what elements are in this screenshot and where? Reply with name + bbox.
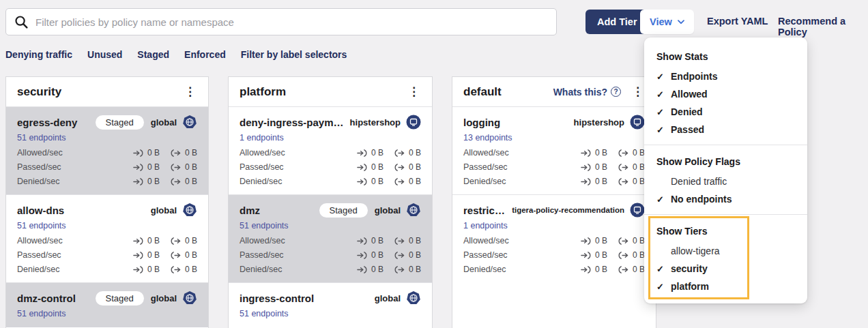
egress-arrow-icon (170, 251, 182, 260)
egress-value: 0 B (633, 236, 645, 245)
global-scope-icon (182, 290, 197, 305)
menu-item-allowed[interactable]: ✓ Allowed (644, 85, 807, 103)
tier-title: security (17, 85, 61, 99)
filter-denying-traffic[interactable]: Denying traffic (5, 49, 72, 60)
egress-arrow-icon (394, 177, 405, 186)
whats-this-link[interactable]: Whats this? ? (553, 87, 621, 98)
stat-label: Denied/sec (17, 177, 60, 186)
endpoints-link[interactable]: 51 endpoints (17, 133, 66, 143)
ingress-arrow-icon (356, 163, 368, 172)
egress-value: 0 B (633, 177, 645, 186)
view-button[interactable]: View (640, 10, 694, 34)
menu-item-passed[interactable]: ✓ Passed (644, 121, 807, 138)
help-icon: ? (611, 87, 621, 97)
ingress-value: 0 B (371, 177, 384, 186)
policy-name: allow-dns (17, 205, 151, 216)
policy-card-logging[interactable]: logging hipstershop 13 endpoints Allowed… (452, 107, 656, 194)
ingress-value: 0 B (147, 148, 160, 158)
policy-scope: global (151, 293, 177, 303)
egress-arrow-icon (170, 237, 182, 245)
stat-label: Passed/sec (463, 250, 508, 260)
endpoints-link[interactable]: 51 endpoints (17, 309, 66, 318)
stat-label: Allowed/sec (17, 236, 63, 245)
menu-section-show-policy-flags: Show Policy Flags Denied traffic ✓ No en… (644, 151, 807, 208)
egress-value: 0 B (409, 236, 421, 245)
policy-name: deny-ingress-paymentservi… (240, 117, 350, 128)
egress-value: 0 B (633, 162, 645, 172)
filter-unused[interactable]: Unused (87, 49, 122, 60)
egress-arrow-icon (170, 163, 182, 172)
endpoints-link[interactable]: 51 endpoints (240, 221, 289, 230)
ingress-arrow-icon (132, 177, 144, 186)
search-input[interactable] (35, 16, 548, 28)
egress-arrow-icon (394, 265, 405, 274)
ingress-value: 0 B (595, 236, 607, 245)
endpoints-link[interactable]: 51 endpoints (240, 309, 289, 318)
egress-arrow-icon (394, 251, 405, 260)
egress-arrow-icon (618, 251, 629, 260)
egress-value: 0 B (409, 162, 421, 172)
stat-row: Denied/sec 0 B 0 B (463, 265, 645, 274)
egress-value: 0 B (633, 250, 645, 260)
ingress-value: 0 B (595, 250, 607, 260)
recommend-policy-button[interactable]: Recommend a Policy (778, 16, 868, 38)
policy-card-ingress-control[interactable]: ingress-control global 51 endpoints (229, 282, 432, 327)
egress-value: 0 B (185, 177, 197, 186)
search-icon (14, 15, 29, 29)
stat-label: Denied/sec (240, 265, 283, 274)
menu-item-platform[interactable]: ✓ platform (644, 278, 807, 295)
egress-arrow-icon (394, 149, 405, 158)
stat-row: Allowed/sec 0 B 0 B (240, 236, 421, 245)
endpoints-link[interactable]: 51 endpoints (17, 221, 66, 230)
menu-item-denied-traffic[interactable]: Denied traffic (644, 173, 807, 190)
endpoints-link[interactable]: 1 endpoints (463, 221, 508, 230)
policy-card-egress-deny[interactable]: egress-deny Staged global 51 endpoints A… (6, 107, 208, 194)
policy-card-dmz[interactable]: dmz Staged global 51 endpoints Allowed/s… (229, 194, 432, 282)
stat-label: Allowed/sec (463, 236, 509, 245)
ingress-arrow-icon (580, 251, 592, 260)
menu-item-security[interactable]: ✓ security (644, 260, 807, 278)
stat-label: Passed/sec (463, 162, 508, 172)
tier-header-security: security ⋮ (6, 77, 208, 107)
filter-label-selectors[interactable]: Filter by label selectors (241, 49, 347, 60)
egress-value: 0 B (185, 265, 197, 274)
kebab-menu-icon[interactable]: ⋮ (405, 85, 422, 99)
ingress-value: 0 B (371, 265, 384, 274)
policy-namespace: hipstershop (574, 117, 624, 128)
policy-name: dmz (240, 205, 319, 216)
stat-row: Allowed/sec 0 B 0 B (17, 236, 197, 245)
tier-title: platform (240, 85, 286, 99)
ingress-arrow-icon (580, 237, 592, 245)
endpoints-link[interactable]: 13 endpoints (463, 133, 512, 143)
stat-label: Passed/sec (17, 162, 61, 172)
add-tier-button[interactable]: Add Tier (585, 10, 649, 34)
policy-card-allow-dns[interactable]: allow-dns global 51 endpoints Allowed/se… (6, 194, 208, 282)
policy-card-deny-ingress-paymentservice[interactable]: deny-ingress-paymentservi… hipstershop 1… (229, 107, 432, 194)
tier-header-platform: platform ⋮ (229, 77, 432, 107)
menu-item-no-endpoints[interactable]: ✓ No endpoints (644, 190, 807, 208)
check-icon: ✓ (656, 264, 671, 274)
check-icon: ✓ (656, 89, 671, 100)
policy-search (5, 8, 557, 35)
check-icon: ✓ (656, 72, 671, 82)
check-icon: ✓ (656, 194, 671, 205)
kebab-menu-icon[interactable]: ⋮ (182, 85, 199, 99)
ingress-value: 0 B (371, 250, 384, 260)
endpoints-link[interactable]: 1 endpoints (240, 133, 284, 143)
namespace-icon (630, 115, 645, 130)
stat-row: Denied/sec 0 B 0 B (463, 177, 645, 186)
export-yaml-button[interactable]: Export YAML (707, 16, 768, 27)
policy-scope: global (151, 205, 177, 215)
policy-card-restricted[interactable]: restricted tigera-policy-recommendation … (452, 194, 656, 282)
menu-section-title: Show Tiers (644, 221, 807, 242)
stat-row: Denied/sec 0 B 0 B (17, 177, 197, 186)
stat-row: Passed/sec 0 B 0 B (17, 250, 197, 260)
filter-enforced[interactable]: Enforced (184, 49, 226, 60)
menu-item-endpoints[interactable]: ✓ Endpoints (644, 68, 807, 85)
menu-item-denied[interactable]: ✓ Denied (644, 103, 807, 121)
filter-staged[interactable]: Staged (137, 49, 169, 60)
policy-card-dmz-control[interactable]: dmz-control Staged global 51 endpoints (6, 282, 208, 327)
menu-item-allow-tigera[interactable]: allow-tigera (644, 242, 807, 260)
menu-section-show-tiers: Show Tiers allow-tigera ✓ security ✓ pla… (644, 221, 807, 295)
chevron-down-icon (678, 20, 684, 25)
